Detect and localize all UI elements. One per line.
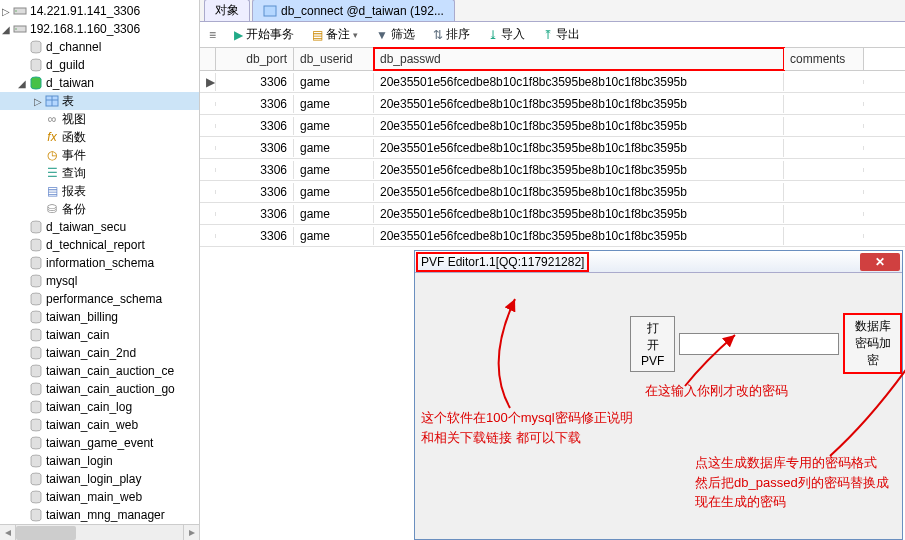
db-item[interactable]: taiwan_mng_manager	[0, 506, 199, 524]
db-item[interactable]: taiwan_cain_2nd	[0, 344, 199, 362]
db-item[interactable]: information_schema	[0, 254, 199, 272]
cell-passwd[interactable]: 20e35501e56fcedbe8b10c1f8bc3595be8b10c1f…	[374, 183, 784, 201]
col-db-userid[interactable]: db_userid	[294, 48, 374, 70]
cell-user[interactable]: game	[294, 161, 374, 179]
server-item-1[interactable]: ▷ 14.221.91.141_3306	[0, 2, 199, 20]
cell-user[interactable]: game	[294, 227, 374, 245]
close-button[interactable]: ✕	[860, 253, 900, 271]
cell-user[interactable]: game	[294, 95, 374, 113]
tree-node-functions[interactable]: fx 函数	[0, 128, 199, 146]
scrollbar-thumb[interactable]	[16, 526, 76, 540]
cell-comments[interactable]	[784, 168, 864, 172]
cell-passwd[interactable]: 20e35501e56fcedbe8b10c1f8bc3595be8b10c1f…	[374, 205, 784, 223]
tree-node-tables[interactable]: ▷ 表	[0, 92, 199, 110]
table-row[interactable]: 3306game20e35501e56fcedbe8b10c1f8bc3595b…	[200, 203, 905, 225]
memo-button[interactable]: ▤ 备注 ▾	[309, 24, 361, 45]
cell-passwd[interactable]: 20e35501e56fcedbe8b10c1f8bc3595be8b10c1f…	[374, 95, 784, 113]
db-item[interactable]: taiwan_cain_auction_go	[0, 380, 199, 398]
tab-dbconnect[interactable]: db_connect @d_taiwan (192...	[252, 0, 455, 21]
annotation-right: 点这生成数据库专用的密码格式 然后把db_passed列的密码替换成 现在生成的…	[695, 453, 889, 512]
table-row[interactable]: 3306game20e35501e56fcedbe8b10c1f8bc3595b…	[200, 159, 905, 181]
cell-port[interactable]: 3306	[216, 117, 294, 135]
cell-comments[interactable]	[784, 212, 864, 216]
tree-node-events[interactable]: ◷ 事件	[0, 146, 199, 164]
chevron-down-icon: ▾	[353, 30, 358, 40]
cell-passwd[interactable]: 20e35501e56fcedbe8b10c1f8bc3595be8b10c1f…	[374, 161, 784, 179]
table-row[interactable]: ▶3306game20e35501e56fcedbe8b10c1f8bc3595…	[200, 71, 905, 93]
sort-icon: ⇅	[433, 28, 443, 42]
begin-transaction-button[interactable]: ▶ 开始事务	[231, 24, 297, 45]
db-item[interactable]: taiwan_cain_log	[0, 398, 199, 416]
cell-comments[interactable]	[784, 234, 864, 238]
sort-button[interactable]: ⇅ 排序	[430, 24, 473, 45]
cell-comments[interactable]	[784, 146, 864, 150]
row-marker	[200, 124, 216, 128]
table-row[interactable]: 3306game20e35501e56fcedbe8b10c1f8bc3595b…	[200, 181, 905, 203]
cell-user[interactable]: game	[294, 183, 374, 201]
password-input[interactable]	[679, 333, 839, 355]
col-comments[interactable]: comments	[784, 48, 864, 70]
col-db-port[interactable]: db_port	[216, 48, 294, 70]
tree-node-backup[interactable]: ⛁ 备份	[0, 200, 199, 218]
cell-comments[interactable]	[784, 80, 864, 84]
horizontal-scrollbar[interactable]: ◂ ▸	[0, 524, 199, 540]
dialog-titlebar[interactable]: PVF Editor1.1[QQ:117921282] ✕	[415, 251, 902, 273]
cell-comments[interactable]	[784, 124, 864, 128]
open-pvf-button[interactable]: 打开PVF	[630, 316, 675, 372]
db-item[interactable]: taiwan_login	[0, 452, 199, 470]
db-item[interactable]: taiwan_billing	[0, 308, 199, 326]
db-item[interactable]: d_taiwan_secu	[0, 218, 199, 236]
db-item[interactable]: d_guild	[0, 56, 199, 74]
table-row[interactable]: 3306game20e35501e56fcedbe8b10c1f8bc3595b…	[200, 93, 905, 115]
menu-button[interactable]: ≡	[206, 26, 219, 44]
tree-node-views[interactable]: ∞ 视图	[0, 110, 199, 128]
export-button[interactable]: ⤒ 导出	[540, 24, 583, 45]
cell-user[interactable]: game	[294, 139, 374, 157]
cell-port[interactable]: 3306	[216, 227, 294, 245]
db-item[interactable]: taiwan_main_web	[0, 488, 199, 506]
row-marker	[200, 168, 216, 172]
row-marker	[200, 212, 216, 216]
database-icon	[28, 453, 44, 469]
cell-port[interactable]: 3306	[216, 139, 294, 157]
db-item[interactable]: taiwan_login_play	[0, 470, 199, 488]
row-marker	[200, 146, 216, 150]
db-item[interactable]: mysql	[0, 272, 199, 290]
cell-user[interactable]: game	[294, 117, 374, 135]
db-item[interactable]: taiwan_cain	[0, 326, 199, 344]
table-row[interactable]: 3306game20e35501e56fcedbe8b10c1f8bc3595b…	[200, 225, 905, 247]
filter-button[interactable]: ▼ 筛选	[373, 24, 418, 45]
function-icon: fx	[44, 129, 60, 145]
cell-port[interactable]: 3306	[216, 205, 294, 223]
db-item[interactable]: d_technical_report	[0, 236, 199, 254]
cell-port[interactable]: 3306	[216, 95, 294, 113]
db-label: taiwan_cain_auction_ce	[46, 364, 174, 378]
cell-user[interactable]: game	[294, 205, 374, 223]
cell-user[interactable]: game	[294, 73, 374, 91]
db-item[interactable]: performance_schema	[0, 290, 199, 308]
encrypt-password-button[interactable]: 数据库密码加密	[843, 313, 902, 374]
cell-passwd[interactable]: 20e35501e56fcedbe8b10c1f8bc3595be8b10c1f…	[374, 139, 784, 157]
cell-port[interactable]: 3306	[216, 183, 294, 201]
cell-passwd[interactable]: 20e35501e56fcedbe8b10c1f8bc3595be8b10c1f…	[374, 117, 784, 135]
cell-passwd[interactable]: 20e35501e56fcedbe8b10c1f8bc3595be8b10c1f…	[374, 227, 784, 245]
cell-port[interactable]: 3306	[216, 161, 294, 179]
cell-port[interactable]: 3306	[216, 73, 294, 91]
db-item[interactable]: taiwan_cain_web	[0, 416, 199, 434]
tab-objects[interactable]: 对象	[204, 0, 250, 21]
table-row[interactable]: 3306game20e35501e56fcedbe8b10c1f8bc3595b…	[200, 115, 905, 137]
import-button[interactable]: ⤓ 导入	[485, 24, 528, 45]
server-item-2[interactable]: ◢ 192.168.1.160_3306	[0, 20, 199, 38]
tree-node-queries[interactable]: ☰ 查询	[0, 164, 199, 182]
cell-comments[interactable]	[784, 102, 864, 106]
cell-comments[interactable]	[784, 190, 864, 194]
tree-node-reports[interactable]: ▤ 报表	[0, 182, 199, 200]
cell-passwd[interactable]: 20e35501e56fcedbe8b10c1f8bc3595be8b10c1f…	[374, 73, 784, 91]
col-db-passwd[interactable]: db_passwd	[374, 48, 784, 70]
table-row[interactable]: 3306game20e35501e56fcedbe8b10c1f8bc3595b…	[200, 137, 905, 159]
db-item[interactable]: taiwan_game_event	[0, 434, 199, 452]
db-item-open[interactable]: ◢ d_taiwan	[0, 74, 199, 92]
db-item[interactable]: d_channel	[0, 38, 199, 56]
db-item[interactable]: taiwan_cain_auction_ce	[0, 362, 199, 380]
server-icon	[12, 3, 28, 19]
